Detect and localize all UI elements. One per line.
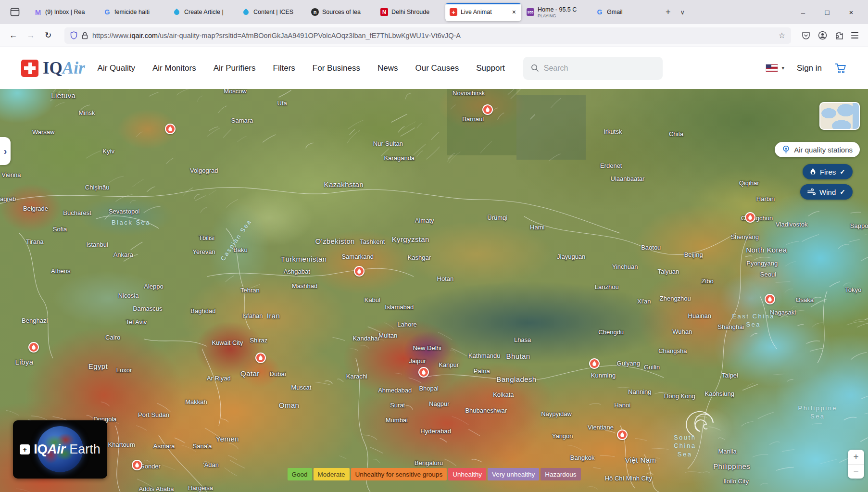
city-label: New Delhi <box>413 344 441 351</box>
fire-marker[interactable] <box>745 212 755 223</box>
account-icon[interactable] <box>818 31 827 40</box>
country-label: Lietuva <box>51 91 75 100</box>
side-panel-expander[interactable]: › <box>0 137 11 165</box>
browser-tab[interactable]: GGmail <box>591 3 660 21</box>
fire-marker[interactable] <box>132 460 142 470</box>
nav-link-support[interactable]: Support <box>476 63 505 73</box>
fire-marker[interactable] <box>589 358 600 369</box>
tab-title: Gmail <box>607 9 655 15</box>
tab-list-dropdown-icon[interactable]: ∨ <box>676 9 690 16</box>
city-label: Naypyidaw <box>541 410 572 417</box>
nav-link-filters[interactable]: Filters <box>273 63 295 73</box>
city-label: Chita <box>669 130 683 138</box>
browser-toolbar: ← → ↻ https://www.iqair.com/us/air-quali… <box>0 24 868 47</box>
city-label: Khartoum <box>108 441 135 448</box>
forward-button[interactable]: → <box>23 28 38 43</box>
wind-label: Wind <box>819 188 836 196</box>
browser-tab[interactable]: Gfemicide haiti <box>99 3 167 21</box>
address-bar[interactable]: https://www.iqair.com/us/air-quality-map… <box>64 27 791 44</box>
zoom-in-button[interactable]: + <box>848 450 864 465</box>
fire-marker[interactable] <box>482 104 493 115</box>
legend-chip: Good <box>287 468 312 480</box>
city-label: Shiraz <box>250 337 267 344</box>
tab-title: Sources of lea <box>322 9 371 15</box>
browser-tab[interactable]: +Live Animat× <box>445 3 521 21</box>
pocket-icon[interactable] <box>802 31 810 40</box>
nav-link-news[interactable]: News <box>377 63 398 73</box>
browser-tab[interactable]: Create Article | <box>168 3 237 21</box>
legend-chip: Very unhealthy <box>488 468 539 480</box>
country-label: Kazakhstan <box>324 180 364 188</box>
language-selector[interactable]: ▾ <box>766 64 784 72</box>
close-button[interactable]: × <box>845 8 857 16</box>
basemap-toggle-thumbnail[interactable] <box>819 102 860 130</box>
city-label: Barnaul <box>462 115 484 123</box>
browser-tab[interactable]: nSources of lea <box>307 3 375 21</box>
city-label: Jaipur <box>409 357 426 364</box>
tab-title: Live Animat <box>461 9 508 15</box>
back-button[interactable]: ← <box>6 28 21 43</box>
fire-marker[interactable] <box>617 429 628 440</box>
search-box[interactable]: Search <box>523 57 663 80</box>
fire-marker[interactable] <box>165 124 176 134</box>
city-label: Multan <box>378 332 397 339</box>
tracking-shield-icon <box>70 31 77 39</box>
menu-icon[interactable] <box>851 32 858 38</box>
sign-in-link[interactable]: Sign in <box>797 63 822 73</box>
nav-link-air-monitors[interactable]: Air Monitors <box>152 63 196 73</box>
zoom-out-button[interactable]: − <box>848 465 864 479</box>
air-quality-stations-button[interactable]: Air quality stations <box>775 142 860 157</box>
city-label: Sofia <box>53 225 67 232</box>
maximize-button[interactable]: □ <box>821 8 833 16</box>
reload-button[interactable]: ↻ <box>40 28 56 43</box>
new-tab-button[interactable]: + <box>661 7 676 17</box>
iqair-logo[interactable]: IQAir <box>21 60 85 77</box>
city-label: Nanning <box>628 388 651 395</box>
air-quality-map[interactable]: MoscowLietuvaMinskUfaSamaraWarsawKyivNov… <box>0 89 868 492</box>
city-label: Changsha <box>658 347 687 354</box>
browser-tab[interactable]: M(9) Inbox | Rea <box>30 3 98 21</box>
fire-marker[interactable] <box>418 367 429 378</box>
browser-tab[interactable]: Content | ICES <box>238 3 306 21</box>
city-label: Moscow <box>224 89 247 95</box>
close-tab-icon[interactable]: × <box>511 8 517 16</box>
browser-tab[interactable]: NDelhi Shroude <box>376 3 444 21</box>
firefox-view-button[interactable] <box>7 4 23 20</box>
city-label: Huainan <box>688 312 711 319</box>
map-tile-artifact <box>516 95 586 160</box>
nav-link-air-purifiers[interactable]: Air Purifiers <box>214 63 256 73</box>
browser-tab[interactable]: 955Home - 95.5 CPLAYING <box>522 3 591 21</box>
minimize-button[interactable]: – <box>797 8 809 16</box>
city-label: Hồ Chí Minh City <box>605 474 652 481</box>
flag-caret-icon: ▾ <box>781 65 784 71</box>
city-label: Ashgabat <box>284 267 310 275</box>
nav-link-for-business[interactable]: For Business <box>313 63 360 73</box>
sea-label: Philippine Sea <box>798 404 837 421</box>
country-label: Kyrgyzstan <box>392 235 429 243</box>
city-label: Taipei <box>722 371 738 378</box>
fire-marker[interactable] <box>354 266 365 277</box>
city-label: Bucharest <box>63 209 91 216</box>
fires-toggle-button[interactable]: Fires ✓ <box>803 164 853 179</box>
city-label: Wuhan <box>672 328 692 335</box>
wind-toggle-button[interactable]: Wind ✓ <box>800 184 853 200</box>
fire-marker[interactable] <box>765 294 775 304</box>
google-favicon-icon: G <box>103 8 111 16</box>
cart-icon[interactable] <box>834 63 847 74</box>
nav-link-our-causes[interactable]: Our Causes <box>415 63 459 73</box>
city-label: Karachi <box>346 372 367 379</box>
iqair-earth-badge[interactable]: + IQAir Earth <box>13 420 107 479</box>
tab-strip: M(9) Inbox | ReaGfemicide haitiCreate Ar… <box>0 0 868 24</box>
city-label: Zibo <box>701 277 713 284</box>
fire-marker[interactable] <box>255 353 266 363</box>
bookmark-star-icon[interactable]: ☆ <box>779 31 785 40</box>
nav-link-air-quality[interactable]: Air Quality <box>98 63 135 73</box>
city-label: Muscat <box>291 384 311 391</box>
flame-icon <box>767 296 772 302</box>
city-label: Irkutsk <box>604 127 622 135</box>
aqi-legend: GoodModerateUnhealthy for sensitive grou… <box>287 468 580 480</box>
city-label: Yangon <box>552 432 573 439</box>
fire-marker[interactable] <box>28 342 39 353</box>
extensions-puzzle-icon[interactable] <box>835 31 843 40</box>
country-label: Philippines <box>713 462 750 470</box>
